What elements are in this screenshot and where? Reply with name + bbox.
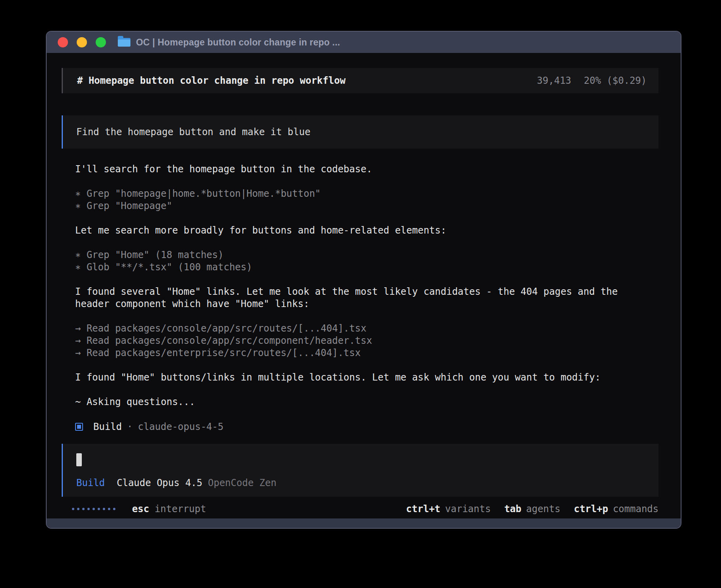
zoom-button[interactable]: [96, 37, 106, 47]
window-bottom-bar: [47, 518, 681, 528]
statusbar: esc interrupt ctrl+t variants tab agents…: [62, 503, 659, 515]
assistant-text: I'll search for the homepage button in t…: [75, 163, 659, 175]
interrupt-label: interrupt: [155, 503, 206, 514]
esc-key: esc: [132, 503, 149, 514]
agent-model: claude-opus-4-5: [138, 421, 224, 432]
provider-label: OpenCode Zen: [208, 477, 276, 488]
minimize-button[interactable]: [77, 37, 87, 47]
tool-call-grep: ∗ Grep "Home" (18 matches): [75, 249, 659, 261]
variants-hint: ctrl+t variants: [406, 503, 491, 514]
status-text: ~ Asking questions...: [75, 396, 659, 408]
session-header: # Homepage button color change in repo w…: [62, 68, 659, 93]
commands-hint: ctrl+p commands: [574, 503, 659, 514]
close-button[interactable]: [58, 37, 68, 47]
tab-key: tab: [504, 503, 521, 514]
agents-label: agents: [526, 503, 561, 514]
ctrl-t-key: ctrl+t: [406, 503, 440, 514]
user-message: Find the homepage button and make it blu…: [62, 115, 659, 149]
ctrl-p-key: ctrl+p: [574, 503, 608, 514]
window-controls: [58, 37, 106, 47]
session-stats: 39,413 20% ($0.29): [537, 75, 647, 86]
build-agent-icon: [75, 423, 83, 431]
tool-call-glob: ∗ Glob "**/*.tsx" (100 matches): [75, 261, 659, 273]
assistant-text: I found "Home" buttons/links in multiple…: [75, 371, 659, 384]
model-label[interactable]: Claude Opus 4.5: [117, 477, 202, 488]
session-title: # Homepage button color change in repo w…: [77, 75, 345, 86]
terminal-content: # Homepage button color change in repo w…: [47, 53, 681, 518]
model-row: Build Claude Opus 4.5 OpenCode Zen: [76, 477, 645, 489]
agent-status-row: Build · claude-opus-4-5: [75, 420, 659, 433]
terminal-window: OC | Homepage button color change in rep…: [46, 31, 681, 529]
commands-label: commands: [613, 503, 659, 514]
assistant-transcript: I'll search for the homepage button in t…: [75, 163, 659, 433]
assistant-text: I found several "Home" links. Let me loo…: [75, 286, 659, 298]
text-cursor: [76, 453, 82, 466]
tool-call-read: → Read packages/console/app/src/routes/[…: [75, 322, 659, 335]
mode-label[interactable]: Build: [76, 477, 105, 488]
tool-call-grep: ∗ Grep "homepage|home.*button|Home.*butt…: [75, 188, 659, 200]
tool-call-read: → Read packages/enterprise/src/routes/[.…: [75, 347, 659, 359]
user-message-text: Find the homepage button and make it blu…: [76, 126, 310, 138]
agents-hint: tab agents: [504, 503, 561, 514]
context-usage: 20% ($0.29): [584, 75, 647, 86]
prompt-input[interactable]: Build Claude Opus 4.5 OpenCode Zen: [62, 444, 659, 497]
tool-call-grep: ∗ Grep "Homepage": [75, 200, 659, 212]
folder-icon: [118, 38, 130, 47]
agent-name: Build: [93, 421, 122, 432]
agent-separator: ·: [127, 421, 132, 432]
token-count: 39,413: [537, 75, 571, 86]
interrupt-hint: esc interrupt: [132, 503, 206, 514]
variants-label: variants: [445, 503, 491, 514]
keyboard-hints: ctrl+t variants tab agents ctrl+p comman…: [406, 503, 659, 514]
titlebar: OC | Homepage button color change in rep…: [47, 32, 681, 53]
tool-call-read: → Read packages/console/app/src/componen…: [75, 335, 659, 347]
spinner-dots: [72, 508, 115, 510]
assistant-text: Let me search more broadly for buttons a…: [75, 224, 659, 237]
window-title: OC | Homepage button color change in rep…: [136, 37, 340, 48]
assistant-text: header component which have "Home" links…: [75, 298, 659, 310]
